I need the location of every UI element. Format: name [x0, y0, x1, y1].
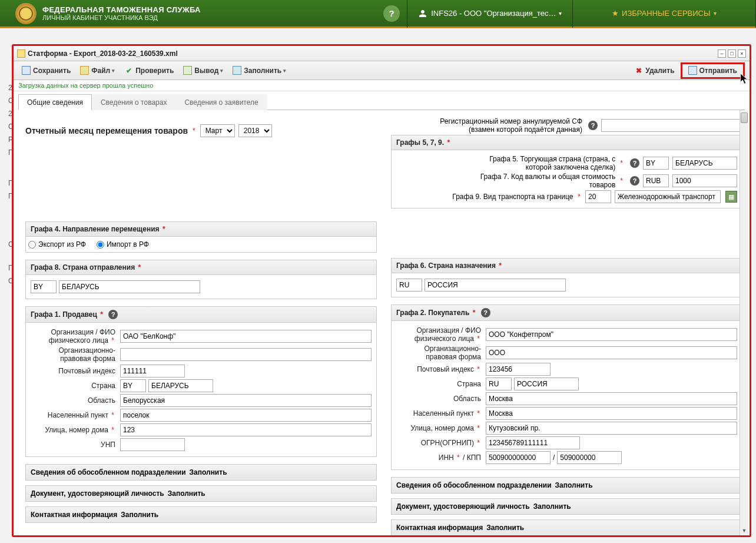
fill-dropdown[interactable]: Заполнить: [229, 65, 290, 76]
user-label: INFS26 - ООО "Организация_тес…: [431, 9, 556, 18]
g6-code-input[interactable]: [396, 279, 422, 292]
output-icon: [183, 66, 192, 75]
buyer-street-input[interactable]: [486, 422, 737, 435]
help-icon[interactable]: ?: [630, 158, 639, 168]
year-select[interactable]: 2018: [238, 124, 272, 137]
seller-cname-input[interactable]: [148, 379, 213, 392]
send-button[interactable]: Отправить: [685, 65, 741, 76]
seller-unit-panel[interactable]: Сведения об обособленном подразделенииЗа…: [25, 464, 377, 481]
reg-num-label: Регистрационный номер аннулируемой СФ(вз…: [440, 117, 582, 134]
tab-applicant[interactable]: Сведения о заявителе: [175, 94, 267, 110]
help-icon[interactable]: ?: [630, 176, 639, 186]
month-select[interactable]: Март: [200, 124, 235, 137]
help-button[interactable]: ?: [383, 5, 400, 22]
modal-window: Статформа - Export_2018-03-22_160539.xml…: [12, 44, 751, 537]
tab-general[interactable]: Общие сведения: [18, 94, 92, 110]
seller-city-input[interactable]: [120, 409, 372, 422]
export-radio[interactable]: Экспорт из РФ: [28, 240, 86, 249]
buyer-zip-input[interactable]: [486, 363, 551, 376]
brand-subtitle: ЛИЧНЫЙ КАБИНЕТ УЧАСТНИКА ВЭД: [42, 14, 201, 21]
buyer-city-input[interactable]: [486, 407, 737, 420]
g5-name-input[interactable]: [672, 157, 737, 170]
help-icon[interactable]: ?: [481, 308, 490, 317]
g9-name-input[interactable]: [615, 190, 721, 203]
seller-region-input[interactable]: [120, 394, 372, 407]
send-icon: [688, 66, 697, 75]
document-icon: [17, 49, 25, 58]
g9-code-input[interactable]: [585, 190, 611, 203]
tab-goods[interactable]: Сведения о товарах: [92, 94, 175, 110]
buyer-inn-input[interactable]: [486, 451, 551, 464]
user-dropdown[interactable]: INFS26 - ООО "Организация_тес… ▾: [407, 9, 572, 18]
seller-doc-panel[interactable]: Документ, удостоверяющий личностьЗаполни…: [25, 485, 377, 502]
reg-num-input[interactable]: [601, 119, 742, 132]
lookup-button[interactable]: ▦: [725, 191, 737, 203]
buyer-ogrn-input[interactable]: [486, 436, 580, 449]
close-button[interactable]: ×: [738, 49, 746, 58]
buyer-form-input[interactable]: [486, 346, 737, 359]
panel-g2-buyer: Графа 2. Покупатель * ? Организация / ФИ…: [391, 304, 742, 470]
emblem-icon: [15, 3, 37, 24]
output-dropdown[interactable]: Вывод: [180, 65, 227, 76]
panel-g6: Графа 6. Страна назначения *: [391, 258, 742, 297]
check-button[interactable]: ✔Проверить: [121, 65, 177, 76]
import-radio[interactable]: Импорт в РФ: [97, 240, 149, 249]
modal-titlebar: Статформа - Export_2018-03-22_160539.xml…: [14, 46, 750, 61]
buyer-region-input[interactable]: [486, 392, 737, 405]
file-dropdown[interactable]: Файл: [77, 65, 118, 76]
g7-code-input[interactable]: [643, 174, 669, 187]
panel-g1-seller: Графа 1. Продавец * ? Организация / ФИО …: [25, 306, 377, 457]
seller-zip-input[interactable]: [120, 365, 185, 378]
buyer-kpp-input[interactable]: [557, 451, 622, 464]
g8-code-input[interactable]: [31, 280, 57, 293]
buyer-ccode-input[interactable]: [486, 378, 512, 390]
delete-button[interactable]: ✖Удалить: [631, 65, 678, 76]
fill-icon: [233, 66, 241, 75]
form-body: Отчетный месяц перемещения товаров * Мар…: [14, 110, 750, 535]
scroll-down-icon[interactable]: ▼: [740, 526, 748, 535]
scrollbar-thumb[interactable]: [741, 112, 748, 123]
buyer-doc-panel[interactable]: Документ, удостоверяющий личностьЗаполни…: [391, 498, 742, 515]
seller-form-input[interactable]: [120, 348, 372, 361]
status-message: Загрузка данных на сервер прошла успешно: [14, 80, 750, 91]
help-icon[interactable]: ?: [108, 310, 118, 319]
seller-contact-panel[interactable]: Контактная информацияЗаполнить: [25, 506, 377, 523]
seller-org-input[interactable]: [120, 330, 372, 343]
send-highlight: Отправить: [681, 62, 745, 79]
check-icon: ✔: [124, 66, 133, 75]
save-icon: [22, 66, 31, 75]
panel-g4: Графа 4. Направление перемещения * Экспо…: [25, 221, 377, 253]
delete-icon: ✖: [634, 66, 643, 75]
buyer-contact-panel[interactable]: Контактная информацияЗаполнить: [391, 519, 742, 535]
g8-name-input[interactable]: [59, 280, 200, 293]
g5-code-input[interactable]: [643, 157, 669, 170]
seller-unp-input[interactable]: [120, 438, 185, 451]
top-bar: ФЕДЕРАЛЬНАЯ ТАМОЖЕННАЯ СЛУЖБА ЛИЧНЫЙ КАБ…: [0, 0, 756, 28]
seller-ccode-input[interactable]: [120, 379, 146, 392]
user-icon: [418, 9, 427, 18]
modal-title: Статформа - Export_2018-03-22_160539.xml: [28, 49, 716, 58]
tab-bar: Общие сведения Сведения о товарах Сведен…: [18, 94, 745, 110]
toolbar: Сохранить Файл ✔Проверить Вывод Заполнит…: [14, 61, 750, 80]
maximize-button[interactable]: □: [728, 49, 736, 58]
buyer-org-input[interactable]: [486, 328, 737, 341]
panel-g8: Графа 8. Страна отправления *: [25, 260, 377, 299]
buyer-cname-input[interactable]: [514, 378, 579, 390]
g7-val-input[interactable]: [672, 174, 737, 187]
save-button[interactable]: Сохранить: [18, 65, 74, 76]
g6-name-input[interactable]: [425, 279, 566, 292]
seller-street-input[interactable]: [120, 423, 372, 436]
brand-title: ФЕДЕРАЛЬНАЯ ТАМОЖЕННАЯ СЛУЖБА: [42, 5, 201, 14]
favorites-dropdown[interactable]: ИЗБРАННЫЕ СЕРВИСЫ: [573, 9, 755, 18]
buyer-unit-panel[interactable]: Сведения об обособленном подразделенииЗа…: [391, 477, 742, 494]
vertical-scrollbar[interactable]: ▲ ▼: [740, 110, 748, 535]
panel-g579: Графы 5, 7, 9. * Графа 5. Торгующая стра…: [391, 135, 742, 208]
report-month-label: Отчетный месяц перемещения товаров: [25, 126, 188, 135]
minimize-button[interactable]: –: [718, 49, 726, 58]
file-icon: [80, 66, 89, 75]
help-icon[interactable]: ?: [588, 121, 598, 130]
